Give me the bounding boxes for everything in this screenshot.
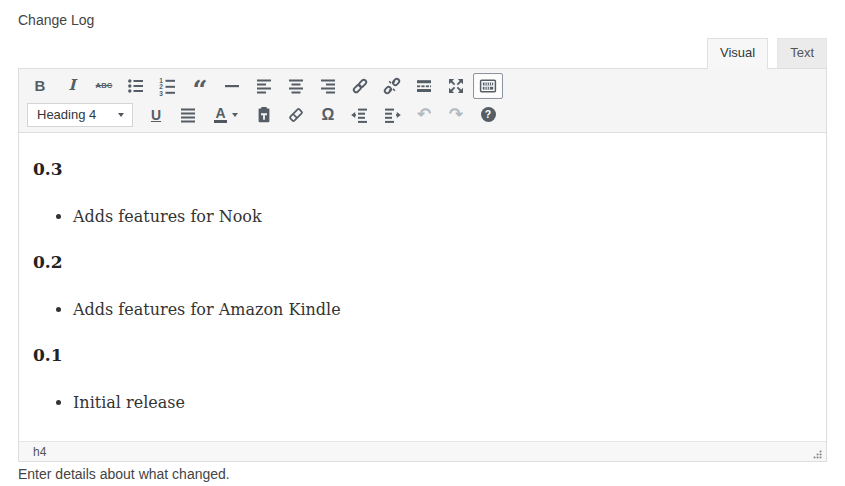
text-color-button[interactable]: A	[205, 102, 247, 128]
paste-as-text-button[interactable]	[249, 102, 279, 128]
paragraph-format-dropdown[interactable]: Heading 4	[27, 103, 133, 127]
editor-content-area[interactable]: 0.3Adds features for Nook0.2Adds feature…	[19, 133, 826, 441]
changes-list: Adds features for Amazon Kindle	[33, 299, 812, 320]
numbered-list-icon: 123	[158, 76, 178, 96]
remove-link-icon	[382, 76, 402, 96]
strikethrough-button[interactable]: ABC	[89, 73, 119, 99]
redo-button[interactable]: ↷	[441, 102, 471, 128]
helper-text: Enter details about what changed.	[18, 466, 827, 482]
more-tag-icon	[414, 76, 434, 96]
editor-toolbar: BIABC123“ Heading 4 UAΩ↶↷?	[19, 69, 826, 133]
bold-icon: B	[35, 78, 46, 93]
svg-text:3: 3	[159, 89, 163, 95]
justify-button[interactable]	[173, 102, 203, 128]
change-item: Initial release	[73, 392, 812, 413]
special-character-button[interactable]: Ω	[313, 102, 343, 128]
toolbar-toggle-icon	[478, 76, 498, 96]
toolbar-row-1: BIABC123“	[24, 71, 821, 100]
version-heading: 0.1	[33, 345, 812, 366]
insert-link-button[interactable]	[345, 73, 375, 99]
increase-indent-button[interactable]	[377, 102, 407, 128]
increase-indent-icon	[382, 105, 402, 125]
align-center-icon	[286, 76, 306, 96]
field-label: Change Log	[18, 13, 827, 28]
help-button[interactable]: ?	[473, 102, 503, 128]
version-heading: 0.2	[33, 252, 812, 273]
tab-visual[interactable]: Visual	[707, 38, 768, 69]
align-right-icon	[318, 76, 338, 96]
decrease-indent-button[interactable]	[345, 102, 375, 128]
remove-link-button[interactable]	[377, 73, 407, 99]
horizontal-rule-icon	[222, 76, 242, 96]
decrease-indent-icon	[350, 105, 370, 125]
more-tag-button[interactable]	[409, 73, 439, 99]
blockquote-icon: “	[193, 79, 208, 92]
clear-formatting-icon	[286, 105, 306, 125]
paste-as-text-icon	[254, 105, 274, 125]
toolbar-row-2: Heading 4 UAΩ↶↷?	[24, 100, 821, 129]
editor-statusbar: h4	[19, 441, 826, 461]
align-left-button[interactable]	[249, 73, 279, 99]
justify-icon	[178, 105, 198, 125]
undo-icon: ↶	[417, 106, 431, 123]
redo-icon: ↷	[449, 106, 463, 123]
blockquote-button[interactable]: “	[185, 73, 215, 99]
undo-button[interactable]: ↶	[409, 102, 439, 128]
resize-handle-icon[interactable]	[813, 450, 822, 461]
paragraph-format-value: Heading 4	[37, 107, 96, 122]
version-heading: 0.3	[33, 159, 812, 180]
editor-mode-tabs: VisualText	[18, 38, 827, 68]
toolbar-toggle-button[interactable]	[473, 73, 503, 99]
changes-list: Adds features for Nook	[33, 206, 812, 227]
change-item: Adds features for Amazon Kindle	[73, 299, 812, 320]
text-color-icon	[232, 113, 238, 117]
help-icon: ?	[481, 107, 496, 122]
italic-button[interactable]: I	[57, 73, 87, 99]
align-right-button[interactable]	[313, 73, 343, 99]
bold-button[interactable]: B	[25, 73, 55, 99]
underline-button[interactable]: U	[141, 102, 171, 128]
underline-icon: U	[151, 108, 161, 122]
change-log-metabox: Change Log VisualText BIABC123“ Heading …	[0, 0, 845, 482]
chevron-down-icon	[118, 113, 124, 117]
text-color-icon: A	[214, 107, 226, 123]
fullscreen-icon	[446, 76, 466, 96]
bulleted-list-icon	[126, 76, 146, 96]
change-item: Adds features for Nook	[73, 206, 812, 227]
italic-icon: I	[68, 78, 75, 93]
fullscreen-button[interactable]	[441, 73, 471, 99]
bulleted-list-button[interactable]	[121, 73, 151, 99]
element-path: h4	[33, 445, 46, 459]
numbered-list-button[interactable]: 123	[153, 73, 183, 99]
horizontal-rule-button[interactable]	[217, 73, 247, 99]
wysiwyg-editor: BIABC123“ Heading 4 UAΩ↶↷? 0.3Adds featu…	[18, 68, 827, 462]
align-left-icon	[254, 76, 274, 96]
clear-formatting-button[interactable]	[281, 102, 311, 128]
tab-text[interactable]: Text	[777, 38, 827, 68]
special-character-icon: Ω	[322, 107, 335, 123]
align-center-button[interactable]	[281, 73, 311, 99]
changes-list: Initial release	[33, 392, 812, 413]
insert-link-icon	[350, 76, 370, 96]
strikethrough-icon: ABC	[96, 82, 113, 90]
